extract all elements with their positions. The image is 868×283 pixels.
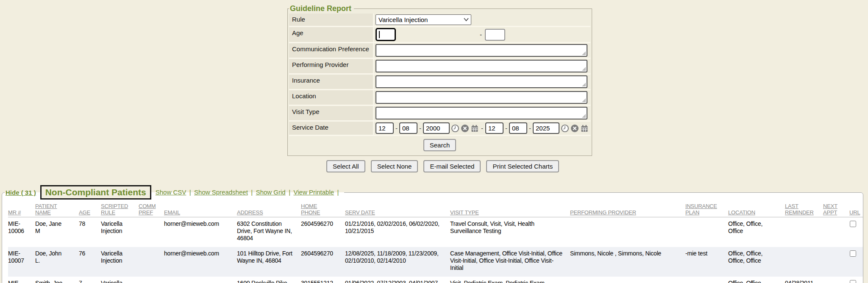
- cell-next-appt: [823, 247, 849, 277]
- cell-age: 7: [79, 277, 101, 283]
- service-date-from-group: - -: [376, 122, 479, 134]
- select-none-button[interactable]: Select None: [371, 160, 418, 172]
- column-header-visit-type[interactable]: VISIT TYPE: [450, 202, 570, 217]
- cell-name: Doe, Jane M: [35, 217, 79, 247]
- column-header-name[interactable]: PATIENT NAME: [35, 202, 79, 217]
- show-csv-link[interactable]: Show CSV: [156, 189, 186, 196]
- print-selected-charts-button[interactable]: Print Selected Charts: [486, 160, 559, 172]
- search-button[interactable]: Search: [423, 139, 456, 151]
- clock-icon[interactable]: [561, 124, 569, 133]
- column-header-next-appt[interactable]: NEXT APPT: [823, 202, 849, 217]
- service-date-from-month-input[interactable]: [376, 122, 394, 134]
- column-header-rule[interactable]: SCRIPTED RULE: [101, 202, 139, 217]
- column-header-phone[interactable]: HOME PHONE: [301, 202, 345, 217]
- visit-type-input[interactable]: [376, 107, 587, 119]
- cell-mr: MIE-10006: [8, 217, 35, 247]
- column-header-mr[interactable]: MR #: [8, 202, 35, 217]
- service-date-from-year-input[interactable]: [423, 122, 450, 134]
- column-header-url[interactable]: URL: [849, 202, 863, 217]
- cell-next-appt: [823, 277, 849, 283]
- cell-serv-date: 12/08/2025, 11/18/2009, 11/23/2009, 02/1…: [345, 247, 450, 277]
- guideline-report-legend: Guideline Report: [289, 4, 354, 13]
- cell-insurance: [685, 217, 728, 247]
- cell-location: Office, Office, Office, Office: [728, 277, 785, 283]
- patient-row: MIE-10006Doe, Jane M78Varicella Injectio…: [8, 217, 863, 247]
- non-compliant-patients-title: Non-Compliant Patients: [40, 185, 151, 200]
- cell-next-appt: [823, 217, 849, 247]
- clock-icon[interactable]: [451, 124, 459, 133]
- row-select-checkbox[interactable]: [850, 280, 856, 283]
- rule-label: Rule: [289, 14, 374, 26]
- cell-comm-pref: [139, 247, 164, 277]
- cell-name: Smith, Joe: [35, 277, 79, 283]
- cell-comm-pref: [139, 217, 164, 247]
- row-select-checkbox[interactable]: [850, 250, 856, 257]
- clear-icon[interactable]: [461, 124, 469, 133]
- selection-actions: Select All Select None E-mail Selected P…: [326, 160, 868, 172]
- column-header-last-reminder[interactable]: LAST REMINDER: [785, 202, 823, 217]
- calendar-icon[interactable]: [470, 124, 479, 133]
- select-all-button[interactable]: Select All: [326, 160, 365, 172]
- cell-email: horner@mieweb.com: [164, 247, 237, 277]
- service-date-to-day-input[interactable]: [509, 122, 527, 134]
- cell-age: 78: [79, 217, 101, 247]
- column-header-address[interactable]: ADDRESS: [237, 202, 301, 217]
- column-header-location[interactable]: LOCATION: [728, 202, 785, 217]
- performing-provider-row: Performing Provider: [289, 59, 590, 75]
- location-label: Location: [289, 90, 374, 105]
- cell-insurance: [685, 277, 728, 283]
- service-date-from-day-input[interactable]: [399, 122, 417, 134]
- service-date-to-year-input[interactable]: [533, 122, 559, 134]
- cell-provider: [570, 277, 685, 283]
- patient-table: MR #PATIENT NAMEAGESCRIPTED RULECOMM PRE…: [8, 202, 863, 283]
- link-separator: |: [251, 189, 253, 196]
- cell-visit-type: Travel Consult, Visit, Visit, Health Sur…: [450, 217, 570, 247]
- location-input[interactable]: [376, 91, 587, 104]
- date-separator: -: [395, 125, 398, 132]
- date-separator: -: [505, 125, 507, 132]
- clear-icon[interactable]: [570, 124, 579, 133]
- service-date-to-month-input[interactable]: [485, 122, 504, 134]
- communication-preference-input[interactable]: [376, 44, 587, 57]
- row-select-checkbox[interactable]: [850, 221, 856, 227]
- location-row: Location: [289, 90, 590, 106]
- column-header-serv-date[interactable]: SERV DATE: [345, 202, 450, 217]
- show-spreadsheet-link[interactable]: Show Spreadsheet: [194, 189, 248, 196]
- insurance-input[interactable]: [376, 75, 587, 88]
- hide-count-link[interactable]: Hide ( 31 ): [6, 189, 36, 196]
- patient-table-header-row: MR #PATIENT NAMEAGESCRIPTED RULECOMM PRE…: [8, 202, 863, 217]
- search-row: Search: [289, 136, 590, 152]
- view-printable-link[interactable]: View Printable: [293, 189, 334, 196]
- non-compliant-patients-fieldset: Hide ( 31 ) Non-Compliant Patients Show …: [2, 185, 863, 283]
- calendar-icon[interactable]: [580, 124, 589, 133]
- cell-email: [164, 277, 237, 283]
- date-separator: -: [419, 125, 421, 132]
- cell-name: Doe, John L.: [35, 247, 79, 277]
- cell-last-reminder: [785, 217, 823, 247]
- column-header-age[interactable]: AGE: [79, 202, 101, 217]
- column-header-comm-pref[interactable]: COMM PREF: [139, 202, 164, 217]
- communication-preference-row: Communication Preference: [289, 43, 590, 59]
- cell-location: Office, Office, Office, Office: [728, 247, 785, 277]
- age-to-input[interactable]: [485, 29, 505, 41]
- insurance-label: Insurance: [289, 75, 374, 89]
- cell-phone: 2604596270: [301, 217, 345, 247]
- service-date-row: Service Date - - - -: [289, 122, 590, 136]
- email-selected-button[interactable]: E-mail Selected: [423, 160, 481, 172]
- column-header-provider[interactable]: PERFORMING PROVIDER: [570, 202, 685, 217]
- cell-url: [849, 247, 863, 277]
- cell-provider: [570, 217, 685, 247]
- text-caret: [379, 31, 380, 38]
- rule-select[interactable]: Varicella Injection: [376, 14, 471, 25]
- column-header-email[interactable]: EMAIL: [164, 202, 237, 217]
- service-date-to-group: - -: [485, 122, 589, 134]
- cell-address: 1600 Rockville Pike, Rockville MD, 55555: [237, 277, 301, 283]
- patient-row: MIE-10061Smith, Joe7Varicella Injection1…: [8, 277, 863, 283]
- communication-preference-label: Communication Preference: [289, 43, 374, 58]
- cell-last-reminder: 04/28/2011: [785, 277, 823, 283]
- column-header-insurance[interactable]: INSURANCE PLAN: [685, 202, 728, 217]
- cell-visit-type: Visit, Pediatric Exam, Pediatric Exam, P…: [450, 277, 570, 283]
- cell-last-reminder: [785, 247, 823, 277]
- show-grid-link[interactable]: Show Grid: [256, 189, 286, 196]
- performing-provider-input[interactable]: [376, 60, 587, 72]
